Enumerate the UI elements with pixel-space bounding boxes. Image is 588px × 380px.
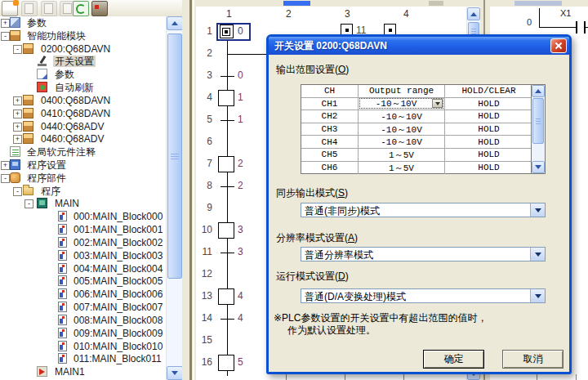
tree-item[interactable]: 全局软元件注释 (0, 145, 166, 159)
table-row[interactable]: CH2-10～10VHOLD (301, 110, 545, 123)
tree-item-label[interactable]: MAIN (53, 198, 81, 209)
output-range-table[interactable]: CHOutput rangeHOLD/CLEARCH1-10～10VHOLDCH… (301, 84, 546, 174)
expand-icon[interactable]: + (1, 161, 10, 170)
tree-item[interactable]: -MAIN (0, 197, 166, 210)
tree-scrollbar[interactable] (166, 16, 183, 380)
tree-item[interactable]: 007:MAIN_Block007 (0, 301, 166, 314)
tree-item-label[interactable]: 0440:Q68ADV (39, 121, 105, 132)
sfc-step[interactable] (218, 90, 234, 106)
tree-item-label[interactable]: 006:MAIN_Block006 (72, 288, 164, 300)
sfc-transition[interactable] (220, 186, 234, 187)
tree-item[interactable]: 002:MAIN_Block002 (0, 236, 166, 249)
hold-clear-cell[interactable]: HOLD (445, 110, 532, 123)
tree-item[interactable]: +程序设置 (0, 159, 166, 172)
tree-item-label[interactable]: 010:MAIN_Block010 (72, 341, 164, 352)
tree-item[interactable]: 011:MAIN_Block011 (0, 352, 166, 365)
contact-icon[interactable] (576, 21, 577, 34)
scroll-up-icon[interactable] (532, 85, 545, 97)
expand-icon[interactable]: + (13, 110, 22, 118)
tree-item[interactable]: 008:MAIN_Block008 (0, 314, 166, 327)
tree-item[interactable]: 004:MAIN_Block004 (0, 262, 166, 275)
collapse-icon[interactable]: - (13, 45, 22, 54)
sync-output-combo[interactable]: 普通(非同步)模式 (301, 203, 546, 217)
resolution-combo[interactable]: 普通分辨率模式 (301, 247, 546, 262)
sfc-step[interactable] (218, 156, 234, 172)
new-project-icon[interactable] (2, 1, 18, 16)
expand-icon[interactable]: + (13, 123, 22, 132)
tree-item[interactable]: 参数 (0, 68, 166, 81)
sfc-transition[interactable] (220, 76, 234, 77)
tree-item[interactable]: 001:MAIN_Block001 (0, 223, 166, 236)
tree-item-label[interactable]: 开关设置 (53, 56, 96, 67)
sfc-step[interactable] (218, 222, 234, 239)
tree-item[interactable]: -智能功能模块 (0, 29, 166, 42)
tree-item[interactable]: +0400:Q68DAVN (0, 94, 166, 107)
tree-item-label[interactable]: 009:MAIN_Block009 (72, 328, 164, 339)
tree-item-label[interactable]: 程序部件 (25, 172, 68, 184)
output-range-cell[interactable]: -10～10V (359, 110, 445, 123)
output-range-cell[interactable]: -10～10V (359, 136, 445, 148)
tree-item[interactable]: -程序 (0, 185, 166, 198)
output-range-cell[interactable]: 1～5V (359, 162, 445, 175)
table-row[interactable]: CH51～5VHOLD (301, 149, 545, 162)
copy-icon[interactable] (21, 1, 38, 16)
collapse-icon[interactable]: - (13, 187, 22, 196)
tree-scrollbar-thumb[interactable] (167, 34, 182, 279)
cancel-button[interactable]: 取消 (502, 350, 564, 369)
table-row[interactable]: CH1-10～10VHOLD (301, 98, 545, 111)
dialog-title-bar[interactable]: 开关设置 0200:Q68DAVN (269, 37, 569, 55)
tree-item[interactable]: MAIN1 (0, 365, 166, 378)
sfc-transition[interactable] (220, 319, 234, 320)
tree-item-label[interactable]: 004:MAIN_Block004 (72, 263, 164, 275)
expand-icon[interactable]: + (13, 96, 22, 105)
sfc-step[interactable] (218, 355, 234, 371)
module-icon[interactable] (91, 1, 108, 16)
tree-item-label[interactable]: 智能功能模块 (25, 30, 87, 42)
ok-button[interactable]: 确定 (423, 350, 484, 369)
tree-item[interactable]: 006:MAIN_Block006 (0, 288, 166, 301)
sfc-transition[interactable] (220, 120, 234, 121)
table-scrollbar[interactable] (531, 85, 545, 173)
scroll-up-icon[interactable] (467, 7, 480, 20)
expand-icon[interactable]: + (1, 19, 10, 28)
output-range-cell[interactable]: 1～5V (359, 149, 445, 161)
scroll-up-icon[interactable] (167, 16, 183, 30)
chevron-down-icon[interactable] (432, 99, 443, 108)
tree-item[interactable]: -0200:Q68DAVN (0, 42, 166, 56)
expand-icon[interactable]: + (13, 135, 22, 144)
tree-item[interactable]: 010:MAIN_Block010 (0, 340, 166, 353)
tree-item-label[interactable]: 005:MAIN_Block005 (72, 275, 164, 287)
tree-item[interactable]: 自动刷新 (0, 81, 166, 94)
sfc-transition[interactable] (220, 253, 234, 253)
tree-item-label[interactable]: 007:MAIN_Block007 (72, 302, 164, 313)
tree-item-label[interactable]: 011:MAIN_Block011 (72, 353, 163, 364)
sfc-step[interactable] (218, 288, 234, 305)
tree-item[interactable]: +0460:Q68ADV (0, 132, 166, 145)
tree-item-label[interactable]: 0200:Q68DAVN (39, 43, 112, 55)
paste-icon[interactable] (41, 1, 57, 16)
tree-item[interactable]: 开关设置 (0, 55, 166, 68)
contact-icon[interactable] (584, 21, 586, 34)
hold-clear-cell[interactable]: HOLD (445, 149, 532, 161)
tree-item-label[interactable]: 002:MAIN_Block002 (72, 237, 164, 248)
tree-item[interactable]: 000:MAIN_Block000 (0, 210, 166, 223)
tree-item-label[interactable]: 0400:Q68DAVN (39, 95, 112, 106)
hold-clear-cell[interactable]: HOLD (445, 123, 532, 136)
output-range-cell[interactable]: -10～10V (359, 98, 445, 110)
tree-item-label[interactable]: 参数 (53, 69, 76, 80)
collapse-icon[interactable]: - (24, 199, 33, 208)
close-icon[interactable] (550, 38, 567, 53)
table-row[interactable]: CH61～5VHOLD (301, 162, 545, 175)
table-scrollbar-thumb[interactable] (532, 98, 544, 144)
hold-clear-cell[interactable]: HOLD (445, 98, 532, 110)
tree-item[interactable]: 009:MAIN_Block009 (0, 327, 166, 340)
tree-item[interactable]: 005:MAIN_Block005 (0, 275, 166, 288)
tree-item[interactable]: -程序部件 (0, 172, 166, 185)
chevron-down-icon[interactable] (530, 289, 545, 302)
tree-item[interactable]: +参数 (0, 16, 166, 29)
tree-item-label[interactable]: 0410:Q68DAVN (39, 108, 112, 119)
tree-item-label[interactable]: 0460:Q68ADV (39, 133, 105, 145)
table-row[interactable]: CH3-10～10VHOLD (301, 123, 545, 136)
tree-item-label[interactable]: 全局软元件注释 (25, 146, 97, 158)
tree-item-label[interactable]: 程序 (39, 186, 62, 197)
